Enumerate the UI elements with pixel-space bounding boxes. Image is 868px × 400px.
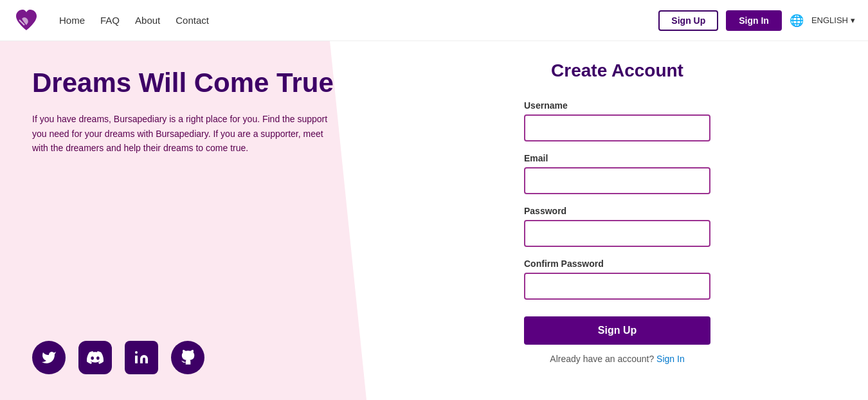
password-input[interactable] (524, 220, 710, 247)
header: Home FAQ About Contact Sign Up Sign In 🌐… (0, 0, 868, 41)
email-group: Email (524, 153, 710, 194)
header-signup-button[interactable]: Sign Up (658, 10, 718, 31)
confirm-password-input[interactable] (524, 273, 710, 300)
left-content: Dreams Will Come True If you have dreams… (32, 67, 334, 156)
email-label: Email (524, 153, 710, 163)
username-input[interactable] (524, 114, 710, 141)
social-icons (32, 341, 334, 374)
svg-point-0 (135, 351, 138, 354)
left-panel: Dreams Will Come True If you have dreams… (0, 41, 366, 400)
username-label: Username (524, 100, 710, 111)
signin-link[interactable]: Sign In (656, 354, 685, 364)
logo[interactable] (13, 7, 40, 34)
confirm-password-group: Confirm Password (524, 259, 710, 300)
form-title: Create Account (551, 60, 683, 81)
github-icon[interactable] (171, 341, 204, 374)
header-signin-button[interactable]: Sign In (726, 10, 782, 31)
hero-title: Dreams Will Come True (32, 67, 334, 99)
twitter-icon[interactable] (32, 341, 66, 374)
right-panel: Create Account Username Email Password C… (366, 41, 868, 400)
email-input[interactable] (524, 167, 710, 194)
header-left: Home FAQ About Contact (13, 7, 209, 34)
password-group: Password (524, 206, 710, 247)
signup-submit-button[interactable]: Sign Up (524, 316, 710, 345)
chevron-down-icon: ▾ (851, 15, 855, 25)
nav-about[interactable]: About (135, 15, 160, 26)
header-right: Sign Up Sign In 🌐 ENGLISH ▾ (658, 10, 855, 31)
hero-subtitle: If you have dreams, Bursapediary is a ri… (32, 112, 328, 155)
password-label: Password (524, 206, 710, 216)
username-group: Username (524, 100, 710, 141)
signin-link-text: Already have an account? Sign In (550, 354, 684, 364)
language-globe-icon[interactable]: 🌐 (790, 14, 804, 28)
nav-home[interactable]: Home (59, 15, 85, 26)
nav-faq[interactable]: FAQ (100, 15, 120, 26)
linkedin-icon[interactable] (125, 341, 158, 374)
main-nav: Home FAQ About Contact (59, 15, 209, 26)
nav-contact[interactable]: Contact (176, 15, 209, 26)
logo-icon (13, 7, 40, 34)
language-selector[interactable]: ENGLISH ▾ (811, 15, 855, 25)
discord-icon[interactable] (78, 341, 112, 374)
confirm-password-label: Confirm Password (524, 259, 710, 269)
main-container: Dreams Will Come True If you have dreams… (0, 41, 868, 400)
